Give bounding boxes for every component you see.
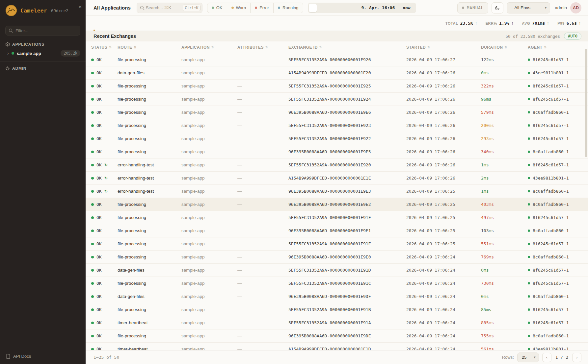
route-cell: file-processing (118, 228, 181, 233)
app-logo: Cameleer 69dcce2 (0, 0, 86, 20)
route-cell: data-gen-files (118, 294, 181, 299)
sidebar-item[interactable] (5, 88, 80, 94)
sidebar-item[interactable] (5, 94, 80, 99)
status-filter-button[interactable]: Error (251, 3, 274, 13)
tab[interactable] (119, 16, 120, 31)
started-cell: 2026-04-09 17:06:24 (406, 333, 481, 338)
table-row[interactable]: OK file-processing sample-app — 5EF55FC3… (86, 93, 588, 106)
table-row[interactable]: OK data-gen-files sample-app — 5EF55FC31… (86, 264, 588, 277)
table-row[interactable]: OK file-processing sample-app — 5EF55FC3… (86, 277, 588, 290)
sidebar-collapse-icon[interactable]: « (79, 4, 82, 9)
started-cell: 2026-04-09 17:06:26 (406, 162, 481, 167)
app-name-label: sample app (17, 51, 58, 56)
table-row[interactable]: OK file-processing sample-app — 5EF55FC3… (86, 119, 588, 132)
api-docs-link[interactable]: API Docs (0, 349, 86, 364)
column-header[interactable]: APPLICATION ⇅ (181, 45, 237, 50)
sidebar-item[interactable] (5, 99, 80, 104)
status-filter-button[interactable]: OK (207, 3, 227, 13)
table-row[interactable]: OK file-processing sample-app — 96E395B0… (86, 145, 588, 158)
status-cell: OK (91, 123, 118, 128)
application-cell: sample-app (181, 176, 237, 181)
table-row[interactable]: OK file-processing sample-app — 96E395B0… (86, 198, 588, 211)
application-cell: sample-app (181, 97, 237, 102)
started-cell: 2026-04-09 17:06:25 (406, 202, 481, 207)
column-header[interactable]: STARTED ⇅ (406, 45, 481, 50)
table-row[interactable]: OK file-processing sample-app — 5EF55FC3… (86, 237, 588, 251)
table-row[interactable]: OK file-processing sample-app — 5EF55FC3… (86, 80, 588, 93)
table-row[interactable]: OK data-gen-files sample-app — 96E395B00… (86, 290, 588, 303)
table-row[interactable]: OK file-processing sample-app — 96E395B0… (86, 251, 588, 264)
time-range-button[interactable] (340, 4, 348, 12)
table-row[interactable]: OK timer-heartbeat sample-app — A154B9A9… (86, 343, 588, 350)
filter-input[interactable] (5, 26, 80, 36)
refresh-mode-button[interactable]: MANUAL (457, 2, 488, 13)
table-row[interactable]: OK file-processing sample-app — 96E395B0… (86, 329, 588, 343)
theme-toggle-button[interactable] (492, 2, 503, 13)
status-label: OK (96, 294, 102, 299)
environment-select[interactable]: All Envs ▾ (507, 2, 550, 13)
avatar[interactable]: AD (570, 2, 581, 13)
table-row[interactable]: OK timer-heartbeat sample-app — 5EF55FC3… (86, 316, 588, 329)
duration-cell: 885ms (481, 320, 528, 325)
sort-icon: ⇅ (109, 46, 112, 49)
status-label: OK (96, 228, 102, 233)
scrollbar-thumb[interactable] (585, 49, 587, 157)
global-search[interactable]: Ctrl+K (137, 3, 202, 13)
time-range-button[interactable] (325, 4, 333, 12)
agent-cell: 8f6245c61d57-1 (528, 307, 581, 312)
next-page-button[interactable]: › (572, 353, 581, 362)
status-label: OK (96, 268, 102, 273)
application-cell: sample-app (181, 281, 237, 286)
table-row[interactable]: OK file-processing sample-app — 5EF55FC3… (86, 303, 588, 316)
vertical-scrollbar[interactable] (585, 43, 587, 339)
exchange-id-cell: 5EF55FC31352A9A-000000000001E91B (288, 307, 406, 312)
table-row[interactable]: OK file-processing sample-app — 5EF55FC3… (86, 53, 588, 66)
time-range-button[interactable] (348, 4, 356, 12)
date-range-button[interactable]: 9. Apr. 16:06 — now (356, 5, 415, 10)
sidebar-item[interactable] (5, 83, 80, 88)
table-row[interactable]: OK data-gen-files sample-app — A154B9A99… (86, 66, 588, 80)
status-cell: OK (91, 294, 118, 299)
chevron-right-icon[interactable]: › (7, 51, 9, 56)
rows-per-page-select[interactable]: 25 ▾ (517, 352, 539, 362)
route-cell: error-handling-test (118, 176, 181, 181)
attributes-cell: — (237, 347, 288, 350)
tabs (94, 16, 132, 31)
column-header[interactable]: ATTRIBUTES ⇅ (237, 45, 288, 50)
column-header[interactable]: EXCHANGE ID ⇅ (288, 45, 406, 50)
status-ok-dot (91, 190, 94, 193)
table-row[interactable]: OK file-processing sample-app — 5EF55FC3… (86, 132, 588, 145)
table-row[interactable]: OK file-processing sample-app — 5EF55FC3… (86, 211, 588, 224)
table-row[interactable]: OK file-processing sample-app — 96E395B0… (86, 106, 588, 119)
time-range-button[interactable] (309, 4, 317, 12)
sidebar-item-sample-app[interactable]: › sample app 205.2k (5, 47, 80, 61)
time-range-button[interactable] (333, 4, 340, 12)
status-ok-dot (91, 282, 94, 285)
agent-status-dot (528, 216, 530, 219)
status-filter-button[interactable]: Running (274, 3, 303, 13)
tab[interactable] (106, 16, 107, 31)
search-input[interactable] (145, 5, 180, 10)
sidebar-item[interactable] (5, 78, 80, 83)
table-row[interactable]: OK ↻ error-handling-test sample-app — 96… (86, 185, 588, 198)
auto-refresh-toggle[interactable]: AUTO (564, 33, 581, 40)
mode-dot (462, 7, 464, 9)
column-header[interactable]: AGENT ⇅ (528, 45, 581, 50)
column-header[interactable]: STATUS ⇅ (91, 45, 118, 50)
status-filter-button[interactable]: Warn (227, 3, 251, 13)
sidebar-item[interactable] (5, 73, 80, 78)
agent-status-dot (528, 282, 530, 284)
tab[interactable] (94, 16, 95, 31)
application-cell: sample-app (181, 136, 237, 141)
column-header[interactable]: DURATION ⇅ (481, 45, 528, 50)
duration-cell: 0ms (481, 70, 528, 75)
build-hash: 69dcce2 (51, 8, 68, 13)
table-row[interactable]: OK ↻ error-handling-test sample-app — A1… (86, 172, 588, 185)
tab[interactable] (131, 16, 132, 31)
time-range-button[interactable] (317, 4, 325, 12)
column-header[interactable]: ROUTE ⇅ (118, 45, 181, 50)
table-row[interactable]: OK ↻ error-handling-test sample-app — 5E… (86, 158, 588, 172)
table-row[interactable]: OK file-processing sample-app — 96E395B0… (86, 224, 588, 237)
stat-label: P99 (557, 21, 564, 25)
previous-page-button[interactable]: ‹ (542, 353, 551, 362)
